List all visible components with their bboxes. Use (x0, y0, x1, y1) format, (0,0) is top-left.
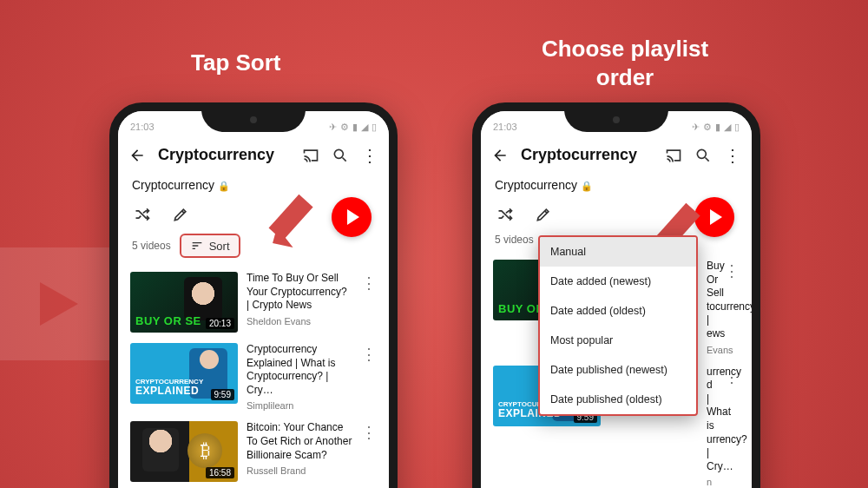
edit-icon[interactable] (535, 206, 552, 223)
lock-icon: 🔒 (581, 181, 593, 191)
status-time: 21:03 (493, 122, 517, 132)
video-duration: 9:59 (211, 389, 234, 400)
appbar-title: Cryptocurrency (158, 146, 290, 164)
list-item[interactable]: 20:13 Time To Buy Or Sell Your Cryptocur… (130, 267, 377, 338)
sort-label: Sort (209, 240, 230, 253)
annotation-arrow (264, 179, 337, 252)
phone-mockup-left: 21:03 ◎⚙⬚ ✈⚙▮◢▯ Cryptocurrency ⋮ Cryptoc… (109, 102, 398, 488)
svg-point-3 (697, 149, 706, 158)
sort-icon (190, 239, 204, 253)
search-icon[interactable] (694, 147, 712, 164)
video-count: 5 videos (132, 240, 171, 252)
item-overflow-icon[interactable]: ⋮ (361, 272, 377, 293)
video-count: 5 videos (495, 234, 534, 246)
channel-name: Russell Brand (247, 465, 352, 476)
svg-point-0 (334, 149, 343, 158)
video-title[interactable]: Time To Buy Or Sell Your Cryptocurrency?… (247, 272, 352, 313)
item-overflow-icon[interactable]: ⋮ (361, 421, 377, 442)
sort-dropdown[interactable]: Manual Date added (newest) Date added (o… (538, 235, 698, 416)
status-time: 21:03 (130, 122, 155, 132)
channel-name: Sheldon Evans (247, 316, 352, 326)
video-thumbnail[interactable]: CRYPTOCURRENCYEXPLAINED9:59 (130, 343, 238, 404)
play-all-button[interactable] (332, 197, 372, 237)
video-title[interactable]: Cryptocurrency Explained | What is Crypt… (247, 343, 352, 397)
video-title-clipped: Buy Or Selltocurrency? |ews (707, 260, 715, 341)
app-bar: Cryptocurrency ⋮ (118, 137, 389, 173)
video-thumbnail[interactable]: ₿16:58 (130, 421, 238, 482)
edit-icon[interactable] (172, 206, 189, 223)
caption-right: Choose playlist order (512, 35, 738, 91)
video-thumbnail[interactable]: 20:13 (130, 272, 238, 333)
sort-option-most-popular[interactable]: Most popular (540, 326, 696, 355)
phone-mockup-right: 21:03 ◎⚙⬚ ✈⚙▮◢▯ Cryptocurrency ⋮ Cryptoc… (472, 102, 760, 488)
video-list[interactable]: 20:13 Time To Buy Or Sell Your Cryptocur… (118, 267, 389, 487)
video-duration: 20:13 (206, 318, 234, 329)
video-duration: 16:58 (206, 467, 234, 478)
sort-option-date-added-oldest[interactable]: Date added (oldest) (540, 296, 696, 326)
overflow-icon[interactable]: ⋮ (724, 147, 741, 164)
app-bar: Cryptocurrency ⋮ (481, 137, 752, 173)
item-overflow-icon[interactable]: ⋮ (361, 343, 377, 364)
sort-option-date-published-newest[interactable]: Date published (newest) (540, 355, 696, 385)
item-overflow-icon[interactable]: ⋮ (724, 366, 740, 386)
svg-rect-2 (269, 195, 313, 241)
appbar-title: Cryptocurrency (521, 146, 653, 164)
channel-name: Simplilearn (247, 400, 352, 411)
back-icon[interactable] (491, 147, 509, 164)
cast-icon[interactable] (302, 147, 319, 164)
item-overflow-icon[interactable]: ⋮ (724, 260, 740, 280)
phone-notch (564, 109, 668, 132)
video-title[interactable]: Bitcoin: Your Chance To Get Rich or Anot… (247, 421, 352, 462)
playlist-name: Cryptocurrency (132, 178, 214, 192)
sort-button[interactable]: Sort (180, 234, 240, 258)
search-icon[interactable] (332, 147, 349, 164)
sort-option-manual[interactable]: Manual (540, 237, 696, 267)
playlist-name: Cryptocurrency (495, 178, 577, 192)
playlist-header: Cryptocurrency🔒 (118, 173, 389, 194)
back-icon[interactable] (128, 147, 146, 164)
sort-option-date-added-newest[interactable]: Date added (newest) (540, 267, 696, 296)
sort-option-date-published-oldest[interactable]: Date published (oldest) (540, 385, 696, 414)
shuffle-icon[interactable] (134, 206, 151, 223)
lock-icon: 🔒 (218, 181, 230, 191)
overflow-icon[interactable]: ⋮ (361, 147, 378, 164)
phone-notch (201, 109, 306, 132)
caption-left: Tap Sort (191, 49, 281, 77)
list-item[interactable]: ₿16:58 Bitcoin: Your Chance To Get Rich … (130, 416, 377, 487)
video-title-clipped: urrencyd | What isurrency? | Cry… (707, 366, 715, 474)
shuffle-icon[interactable] (496, 206, 514, 223)
list-item[interactable]: CRYPTOCURRENCYEXPLAINED9:59 Cryptocurren… (130, 338, 377, 416)
cast-icon[interactable] (665, 147, 682, 164)
